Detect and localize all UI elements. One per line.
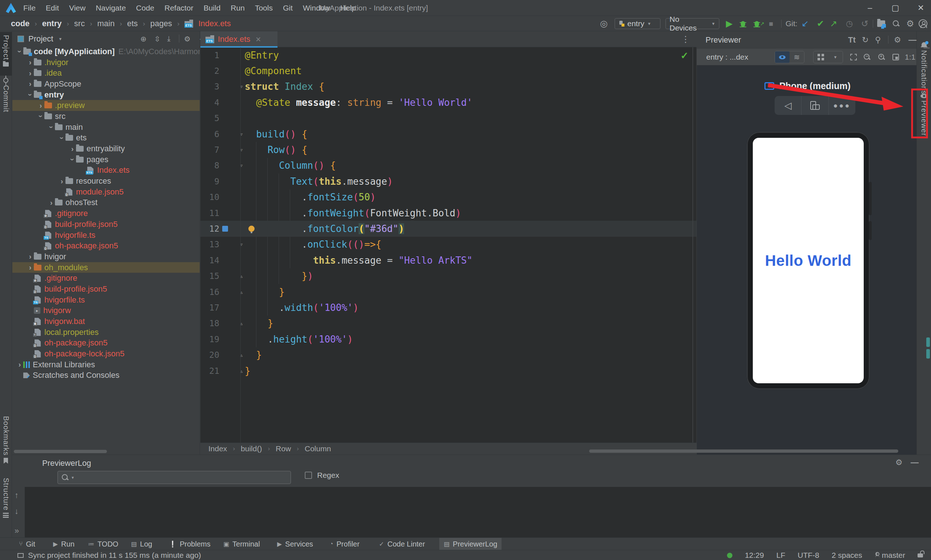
tree-item-.gitignore[interactable]: ⊘.gitignore xyxy=(12,273,200,284)
breadcrumb-entry[interactable]: entry xyxy=(42,19,62,28)
phone-screen[interactable]: Hello World xyxy=(753,138,864,383)
git-push-icon[interactable]: ↗ xyxy=(830,16,837,31)
close-icon[interactable]: ✕ xyxy=(255,35,261,44)
menu-item-code[interactable]: Code xyxy=(136,4,154,12)
encoding-indicator[interactable]: UTF-8 xyxy=(797,551,819,560)
line-number[interactable]: 2 xyxy=(200,66,219,75)
stop-button[interactable]: ■ xyxy=(769,16,773,31)
code-line-20[interactable]: 20▵ } xyxy=(200,347,696,363)
line-number[interactable]: 21 xyxy=(200,366,219,375)
code-line-13[interactable]: 13▿ .onClick(()=>{ xyxy=(200,237,696,252)
sidebar-tab-structure[interactable]: Structure xyxy=(0,478,12,518)
expand-all-icon[interactable]: ⇳ xyxy=(154,31,160,46)
toolwindow-terminal[interactable]: ▣Terminal xyxy=(219,538,265,550)
code-line-21[interactable]: 21▵} xyxy=(200,363,696,378)
code-line-10[interactable]: 10 .fontSize(50) xyxy=(200,189,696,205)
code-line-2[interactable]: 2@Component xyxy=(200,63,696,78)
code-line-15[interactable]: 15▵ }) xyxy=(200,268,696,284)
tree-item-entryability[interactable]: ›entryability xyxy=(12,143,200,154)
line-number[interactable]: 4 xyxy=(200,98,219,107)
line-number[interactable]: 14 xyxy=(200,255,219,265)
menu-item-build[interactable]: Build xyxy=(204,4,221,12)
tree-item-hvigorw.bat[interactable]: ≣hvigorw.bat xyxy=(12,316,200,327)
toolwindow-todo[interactable]: ≔TODO xyxy=(84,538,123,550)
more-icon[interactable]: » xyxy=(15,526,19,535)
tree-item-src[interactable]: ›src xyxy=(12,111,200,122)
code-line-11[interactable]: 11 .fontWeight(FontWeight.Bold) xyxy=(200,205,696,221)
code-line-9[interactable]: 9 Text(this.message) xyxy=(200,174,696,189)
toolwindow-problems[interactable]: ❕Problems xyxy=(165,538,215,550)
horizontal-scrollbar[interactable] xyxy=(589,449,898,453)
device-selector[interactable]: No Devices ▼ xyxy=(666,18,719,29)
tree-item-oh-package.json5[interactable]: {}oh-package.json5 xyxy=(12,240,200,251)
breadcrumb-file[interactable]: Index.ets xyxy=(198,19,231,28)
tree-item-entry[interactable]: ›entry xyxy=(12,89,200,100)
scroll-down-icon[interactable]: ↓ xyxy=(15,506,18,516)
line-number[interactable]: 20 xyxy=(200,350,219,360)
toolwindow-log[interactable]: ▤Log xyxy=(126,538,156,550)
tab-index-ets[interactable]: ETS Index.ets ✕ xyxy=(200,31,277,47)
sidebar-tab-previewer[interactable]: Previewer xyxy=(917,94,931,136)
code-line-18[interactable]: 18▵ } xyxy=(200,315,696,331)
editor-breadcrumb-Index[interactable]: Index xyxy=(208,445,227,453)
fit-screen-icon[interactable] xyxy=(893,49,899,65)
code-line-3[interactable]: 3▿struct Index { xyxy=(200,79,696,95)
tree-chevron-icon[interactable]: › xyxy=(37,113,45,120)
tree-item-.gitignore[interactable]: ⊘.gitignore xyxy=(12,208,200,219)
horizontal-scrollbar[interactable] xyxy=(14,450,107,453)
code-line-5[interactable]: 5 xyxy=(200,111,696,126)
rotate-device-button[interactable] xyxy=(801,96,828,115)
toolwindow-run[interactable]: ▶Run xyxy=(49,538,79,550)
code-line-4[interactable]: 4 @State message: string = 'Hello World' xyxy=(200,95,696,110)
breadcrumb-code[interactable]: code xyxy=(11,19,29,28)
tree-item-module.json5[interactable]: {}module.json5 xyxy=(12,186,200,197)
code-line-14[interactable]: 14 this.message = "Hello ArkTS" xyxy=(200,252,696,268)
tree-item-resources[interactable]: ›resources xyxy=(12,175,200,186)
gear-icon[interactable]: ⚙ xyxy=(896,458,903,467)
gear-icon[interactable]: ⚙ xyxy=(894,31,901,49)
log-search-input[interactable]: ▼ xyxy=(57,471,291,484)
tree-item-hvigorfile.ts[interactable]: TShvigorfile.ts xyxy=(12,295,200,305)
line-number[interactable]: 9 xyxy=(200,177,219,186)
tree-chevron-icon[interactable]: › xyxy=(15,48,24,55)
line-number[interactable]: 19 xyxy=(200,335,219,344)
tree-item-External-Libraries[interactable]: ›External Libraries xyxy=(12,359,200,370)
code-area[interactable]: 1@Entry2@Component3▿struct Index {4 @Sta… xyxy=(200,47,696,443)
tree-chevron-icon[interactable]: › xyxy=(48,198,55,207)
hide-panel-icon[interactable]: — xyxy=(908,31,916,49)
tree-chevron-icon[interactable]: › xyxy=(68,156,77,163)
breadcrumb-ets[interactable]: ets xyxy=(127,19,137,28)
maximize-button[interactable]: ▢ xyxy=(888,3,903,13)
line-number[interactable]: 17 xyxy=(200,303,219,312)
code-line-8[interactable]: 8▿ Column() { xyxy=(200,158,696,174)
back-button[interactable]: ◁ xyxy=(775,96,801,115)
lock-icon[interactable] xyxy=(917,554,923,557)
line-number[interactable]: 16 xyxy=(200,287,219,297)
code-line-6[interactable]: 6▿ build() { xyxy=(200,126,696,142)
change-marker-icon[interactable] xyxy=(222,226,228,232)
tree-item-oh-package.json5[interactable]: {}oh-package.json5 xyxy=(12,338,200,349)
tree-item-Scratches-and-Consoles[interactable]: Scratches and Consoles xyxy=(12,370,200,381)
tree-item-hvigorw[interactable]: ▸hvigorw xyxy=(12,305,200,316)
preview-mode-button[interactable] xyxy=(775,51,789,63)
locate-file-icon[interactable]: ⊕ xyxy=(140,31,146,46)
tree-item-pages[interactable]: ›pages xyxy=(12,154,200,165)
tree-item-.hvigor[interactable]: ›.hvigor xyxy=(12,57,200,68)
log-output-area[interactable] xyxy=(25,487,931,538)
inspect-mode-button[interactable]: ≋ xyxy=(789,51,804,63)
line-number[interactable]: 3 xyxy=(200,82,219,91)
tree-chevron-icon[interactable]: › xyxy=(16,360,23,369)
scroll-up-icon[interactable]: ↑ xyxy=(15,491,18,500)
device-manager-icon[interactable]: ◎ xyxy=(600,16,608,31)
git-branch-widget[interactable]: master xyxy=(875,551,905,560)
task-folder-icon[interactable] xyxy=(877,16,885,31)
frame-select-icon[interactable] xyxy=(850,49,857,65)
history-icon[interactable]: ◷ xyxy=(846,16,853,31)
editor-breadcrumb-Column[interactable]: Column xyxy=(305,445,331,453)
event-log-icon[interactable] xyxy=(17,553,24,558)
device-name-label[interactable]: Phone (medium) xyxy=(779,81,851,91)
line-number[interactable]: 8 xyxy=(200,161,219,170)
tree-chevron-icon[interactable]: › xyxy=(47,124,55,131)
search-everywhere-icon[interactable] xyxy=(893,16,900,31)
tree-chevron-icon[interactable]: › xyxy=(26,252,34,261)
